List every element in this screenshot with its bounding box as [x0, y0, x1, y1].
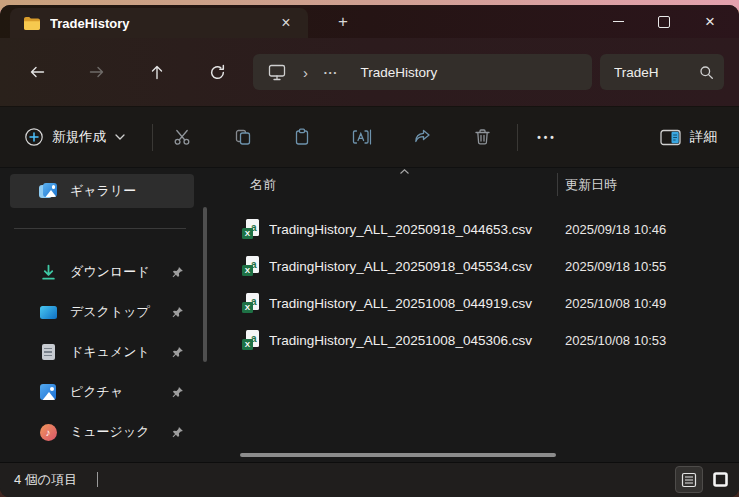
paste-button[interactable]: [283, 119, 321, 155]
tab-title: TradeHistory: [50, 16, 274, 31]
pin-icon: [171, 346, 184, 359]
new-tab-button[interactable]: +: [330, 9, 356, 35]
sidebar-item-label: ミュージック: [70, 423, 171, 441]
close-icon: ×: [705, 13, 715, 30]
minimize-button[interactable]: [595, 5, 641, 38]
file-modified: 2025/10/08 10:49: [565, 296, 666, 311]
chevron-right-icon[interactable]: ›: [303, 64, 308, 81]
cut-button[interactable]: [163, 119, 201, 155]
maximize-button[interactable]: [641, 5, 687, 38]
navigation-pane: ギャラリー ダウンロード デスクトップ: [0, 168, 215, 462]
new-item-label: 新規作成: [52, 128, 106, 146]
search-input[interactable]: [614, 65, 695, 80]
forward-button[interactable]: [77, 54, 115, 90]
back-button[interactable]: [18, 54, 56, 90]
large-icons-view-button[interactable]: [706, 466, 734, 493]
file-name: TradingHistory_ALL_20251008_045306.csv: [269, 333, 541, 348]
sidebar-item-desktop[interactable]: デスクトップ: [10, 295, 194, 329]
tab-tradehistory[interactable]: TradeHistory ×: [10, 8, 308, 38]
search-icon[interactable]: [699, 65, 714, 80]
file-row[interactable]: aX TradingHistory_ALL_20250918_045534.cs…: [223, 248, 731, 284]
pin-icon: [171, 426, 184, 439]
excel-csv-icon: aX: [242, 330, 260, 350]
close-button[interactable]: ×: [687, 5, 733, 38]
excel-csv-icon: aX: [242, 293, 260, 313]
command-bar: 新規作成 •••: [0, 106, 739, 168]
scissors-icon: [173, 128, 191, 146]
desktop-icon: [38, 302, 58, 322]
rename-icon: [352, 128, 372, 146]
item-count: 4 個の項目: [14, 471, 77, 489]
up-arrow-icon: [149, 64, 165, 81]
horizontal-scrollbar[interactable]: [240, 453, 556, 457]
refresh-icon: [209, 64, 226, 81]
file-name: TradingHistory_ALL_20250918_045534.csv: [269, 259, 541, 274]
this-pc-icon[interactable]: [267, 63, 287, 81]
column-divider[interactable]: [557, 173, 558, 196]
sidebar-item-pictures[interactable]: ピクチャ: [10, 375, 194, 409]
forward-arrow-icon: [88, 64, 105, 80]
details-view-icon: [681, 472, 697, 488]
file-modified: 2025/10/08 10:53: [565, 333, 666, 348]
tab-close-icon[interactable]: ×: [274, 11, 298, 35]
sidebar-item-gallery[interactable]: ギャラリー: [10, 174, 194, 208]
excel-csv-icon: aX: [242, 256, 260, 276]
refresh-button[interactable]: [198, 54, 236, 90]
breadcrumb-ellipsis-icon[interactable]: •••: [324, 68, 338, 77]
sidebar-item-documents[interactable]: ドキュメント: [10, 335, 194, 369]
sidebar-item-downloads[interactable]: ダウンロード: [10, 255, 194, 289]
main-area: ギャラリー ダウンロード デスクトップ: [0, 168, 739, 462]
details-pane-label: 詳細: [690, 128, 717, 146]
new-item-button[interactable]: 新規作成: [14, 119, 138, 155]
column-header-name[interactable]: 名前: [250, 176, 276, 194]
toolbar-separator: [152, 124, 153, 151]
pin-icon: [171, 306, 184, 319]
column-header-modified[interactable]: 更新日時: [565, 176, 617, 194]
sidebar-scrollbar[interactable]: [203, 207, 207, 362]
search-box[interactable]: [600, 54, 724, 90]
up-button[interactable]: [138, 54, 176, 90]
rename-button[interactable]: [343, 119, 381, 155]
trash-icon: [474, 128, 491, 146]
pin-icon: [171, 266, 184, 279]
breadcrumb[interactable]: › ••• TradeHistory: [253, 54, 592, 90]
details-view-button[interactable]: [675, 466, 703, 493]
maximize-icon: [658, 16, 670, 28]
sidebar-item-label: ドキュメント: [70, 343, 171, 361]
documents-icon: [38, 342, 58, 362]
file-list: 名前 更新日時 aX TradingHistory_ALL_20250918_0…: [215, 168, 739, 462]
address-row: › ••• TradeHistory: [0, 38, 739, 106]
chevron-down-icon: [115, 134, 125, 140]
large-icons-view-icon: [712, 471, 729, 488]
delete-button[interactable]: [463, 119, 501, 155]
see-more-button[interactable]: •••: [528, 119, 566, 155]
file-name: TradingHistory_ALL_20250918_044653.csv: [269, 222, 541, 237]
status-divider: [97, 472, 98, 487]
sidebar-item-label: ピクチャ: [70, 383, 171, 401]
window-controls: ×: [595, 5, 733, 38]
back-arrow-icon: [29, 64, 46, 80]
file-row[interactable]: aX TradingHistory_ALL_20251008_044919.cs…: [223, 285, 731, 321]
column-header-row: 名前 更新日時: [215, 168, 739, 200]
file-name: TradingHistory_ALL_20251008_044919.csv: [269, 296, 541, 311]
breadcrumb-current-folder[interactable]: TradeHistory: [360, 65, 437, 80]
sidebar-item-music[interactable]: ♪ ミュージック: [10, 415, 194, 449]
details-pane-button[interactable]: 詳細: [648, 119, 729, 155]
copy-button[interactable]: [224, 119, 262, 155]
share-icon: [413, 128, 432, 146]
sidebar-item-label: ダウンロード: [70, 263, 171, 281]
minimize-icon: [613, 21, 624, 22]
share-button[interactable]: [403, 119, 441, 155]
music-icon: ♪: [38, 422, 58, 442]
file-row[interactable]: aX TradingHistory_ALL_20250918_044653.cs…: [223, 211, 731, 247]
more-ellipsis-icon: •••: [537, 132, 557, 143]
pin-icon: [171, 386, 184, 399]
tab-strip: TradeHistory × + ×: [0, 5, 739, 38]
sort-ascending-icon: [400, 169, 409, 174]
paste-icon: [293, 128, 311, 146]
file-row[interactable]: aX TradingHistory_ALL_20251008_045306.cs…: [223, 322, 731, 358]
downloads-icon: [38, 262, 58, 282]
sidebar-item-videos[interactable]: ビデオ: [10, 455, 194, 462]
details-pane-icon: [660, 129, 681, 146]
sidebar-item-label: デスクトップ: [70, 303, 171, 321]
